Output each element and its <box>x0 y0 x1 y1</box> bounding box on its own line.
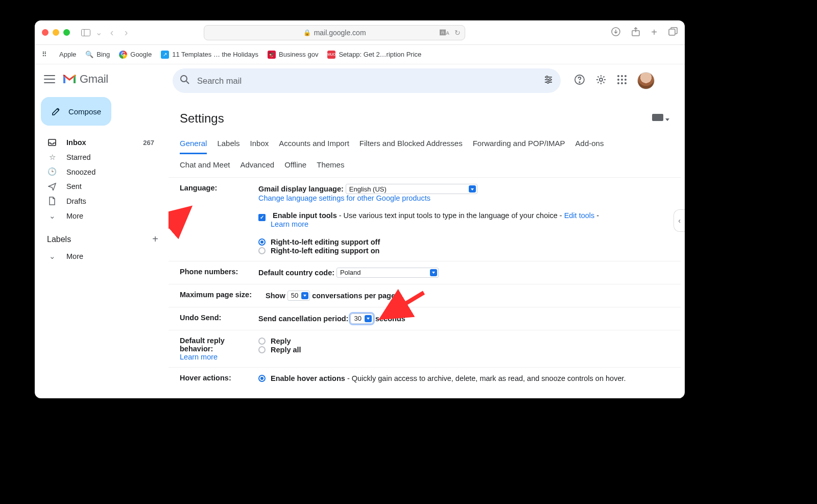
tab-themes[interactable]: Themes <box>317 156 344 174</box>
row-label: Maximum page size: <box>180 291 256 301</box>
compose-button[interactable]: Compose <box>41 97 111 126</box>
send-icon <box>47 182 57 190</box>
tab-labels[interactable]: Labels <box>217 135 239 154</box>
topbar: Search mail <box>169 64 685 97</box>
tab-advanced[interactable]: Advanced <box>240 156 274 174</box>
nav-sent[interactable]: Sent <box>35 179 169 194</box>
labels-more[interactable]: ⌄More <box>35 249 169 263</box>
undo-send-select[interactable]: 30 <box>350 314 373 324</box>
tab-inbox[interactable]: Inbox <box>250 135 269 154</box>
reply-radio[interactable] <box>258 338 266 345</box>
svg-point-8 <box>549 79 551 81</box>
change-language-link[interactable]: Change language settings for other Googl… <box>258 194 430 202</box>
menu-icon[interactable] <box>44 75 55 83</box>
back-button[interactable]: ‹ <box>107 28 116 37</box>
fav-apple[interactable]: Apple <box>56 51 76 58</box>
svg-rect-0 <box>82 29 90 36</box>
row-undo: Undo Send: Send cancellation period: 30 … <box>169 307 681 330</box>
nav-starred[interactable]: ☆Starred <box>35 150 169 164</box>
reply-all-label: Reply all <box>271 346 301 354</box>
gmail-logo[interactable]: Gmail <box>62 73 108 86</box>
edit-tools-link[interactable]: Edit tools <box>564 211 595 220</box>
page-title: Settings <box>180 111 224 126</box>
downloads-icon[interactable] <box>611 27 620 38</box>
nav-label: Inbox <box>66 138 86 147</box>
page-size-select[interactable]: 50 <box>287 291 310 301</box>
fav-templates[interactable]: ↗11 Templates … the Holidays <box>161 51 258 59</box>
tab-offline[interactable]: Offline <box>284 156 306 174</box>
input-tools-toggle[interactable] <box>652 114 669 123</box>
star-icon: ☆ <box>47 153 57 161</box>
svg-point-13 <box>617 75 619 77</box>
nav-drafts[interactable]: Drafts <box>35 194 169 209</box>
compose-label: Compose <box>68 107 101 116</box>
chevron-down-icon <box>665 118 669 121</box>
tab-filters[interactable]: Filters and Blocked Addresses <box>359 135 463 154</box>
svg-point-6 <box>181 76 187 82</box>
toolbar-right: + <box>611 27 678 38</box>
svg-point-7 <box>546 76 548 78</box>
nav-snoozed[interactable]: 🕒Snoozed <box>35 164 169 179</box>
side-panel-toggle[interactable]: ‹ <box>674 209 685 232</box>
add-label-icon[interactable]: + <box>152 233 158 245</box>
nav-inbox[interactable]: Inbox 267 <box>35 135 169 150</box>
nav-label: Drafts <box>66 197 86 205</box>
tab-chat[interactable]: Chat and Meet <box>180 156 230 174</box>
search-placeholder: Search mail <box>197 76 242 86</box>
search-options-icon[interactable] <box>543 75 554 87</box>
select-value: 30 <box>354 315 361 322</box>
share-icon[interactable] <box>632 27 640 38</box>
tab-addons[interactable]: Add-ons <box>575 135 604 154</box>
search-icon: 🔍 <box>85 51 93 58</box>
dropdown-icon[interactable]: ⌄ <box>95 28 102 37</box>
maximize-window[interactable] <box>63 29 70 36</box>
account-avatar[interactable] <box>637 72 655 89</box>
fav-label: Google <box>130 51 152 58</box>
tab-general[interactable]: General <box>180 135 207 154</box>
tab-accounts[interactable]: Accounts and Import <box>279 135 349 154</box>
new-tab-icon[interactable]: + <box>651 27 657 38</box>
fav-bing[interactable]: 🔍Bing <box>85 51 110 58</box>
sidebar-toggle-icon[interactable] <box>81 28 90 37</box>
search-bar[interactable]: Search mail <box>173 68 561 93</box>
header-left: Gmail <box>35 68 169 90</box>
row-label: Hover actions: <box>180 374 249 382</box>
enable-input-label: Enable input tools <box>273 211 337 220</box>
translate-icon[interactable]: 🅰ᴀ <box>440 29 449 36</box>
apps-icon[interactable] <box>617 75 627 87</box>
fav-google[interactable]: GGoogle <box>119 51 152 59</box>
address-bar[interactable]: 🔒 mail.google.com 🅰ᴀ ↻ <box>204 25 465 40</box>
help-icon[interactable] <box>574 74 585 87</box>
inbox-count: 267 <box>143 139 154 147</box>
tabs-overview-icon[interactable] <box>668 27 678 38</box>
svg-point-19 <box>617 82 619 84</box>
enable-input-desc: - Use various text input tools to type i… <box>337 211 564 220</box>
row-label: Phone numbers: <box>180 268 249 278</box>
country-code-select[interactable]: Poland <box>337 268 439 278</box>
forward-button[interactable]: › <box>122 28 131 37</box>
svg-point-15 <box>624 75 627 77</box>
learn-more-link[interactable]: Learn more <box>271 220 308 228</box>
rtl-on-radio[interactable] <box>258 247 266 254</box>
apps-grid-icon[interactable]: ⠿ <box>42 51 47 58</box>
reply-all-radio[interactable] <box>258 346 266 353</box>
titlebar: ⌄ ‹ › 🔒 mail.google.com 🅰ᴀ ↻ + <box>35 20 685 45</box>
language-select[interactable]: English (US) <box>346 184 477 194</box>
nav-more[interactable]: ⌄More <box>35 209 169 223</box>
learn-more-link[interactable]: Learn more <box>180 353 218 361</box>
svg-point-21 <box>624 82 627 84</box>
gear-icon[interactable] <box>595 74 607 87</box>
hover-enable-radio[interactable] <box>258 375 266 382</box>
input-tools-checkbox[interactable] <box>258 214 266 221</box>
fav-setapp[interactable]: MUOSetapp: Get 2…ription Price <box>327 51 421 59</box>
close-window[interactable] <box>42 29 49 36</box>
tab-forwarding[interactable]: Forwarding and POP/IMAP <box>473 135 565 154</box>
reload-icon[interactable]: ↻ <box>454 29 461 37</box>
search-icon <box>180 75 190 87</box>
minimize-window[interactable] <box>53 29 59 36</box>
settings-panel: Settings General Labels Inbox Accounts a… <box>169 101 681 398</box>
rtl-off-radio[interactable] <box>258 238 266 246</box>
favorites-bar: ⠿ Apple 🔍Bing GGoogle ↗11 Templates … th… <box>35 45 685 64</box>
svg-point-17 <box>621 79 623 81</box>
fav-business[interactable]: 🦅Business gov <box>268 51 318 59</box>
